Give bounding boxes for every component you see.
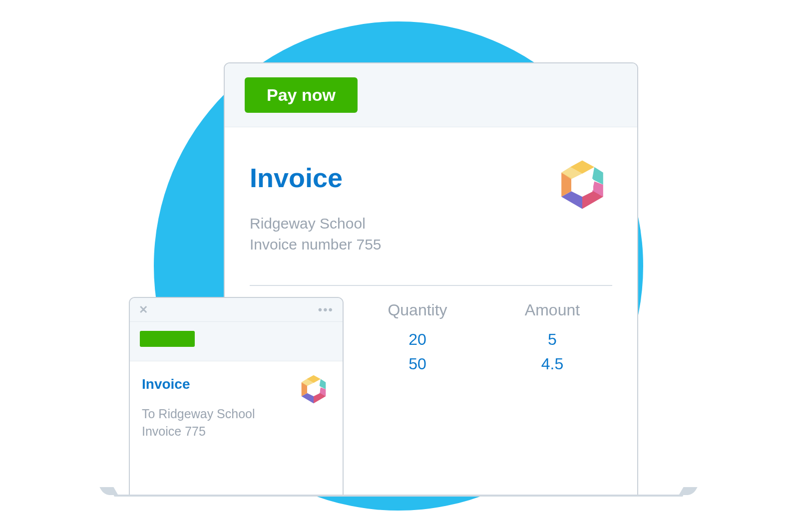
svg-marker-2	[592, 167, 603, 185]
device-base-line	[114, 495, 683, 497]
section-divider	[250, 285, 612, 286]
amount-column: Amount 5 4.5	[512, 301, 592, 379]
hexagon-logo-icon	[555, 157, 610, 212]
invoice-window-mobile: ✕ ••• Invoice To Ridgeway	[129, 297, 344, 496]
desktop-toolbar: Pay now	[225, 63, 637, 127]
column-header-amount: Amount	[525, 301, 580, 319]
invoice-meta-mobile: To Ridgeway School Invoice 775	[142, 405, 331, 440]
close-icon[interactable]: ✕	[139, 303, 148, 316]
quantity-cell: 20	[408, 330, 426, 349]
column-header-quantity: Quantity	[388, 301, 447, 319]
quantity-cell: 50	[408, 355, 426, 373]
more-icon[interactable]: •••	[318, 303, 334, 317]
hexagon-logo-icon	[298, 373, 330, 405]
amount-cell: 4.5	[541, 355, 563, 373]
recipient-line-mobile: To Ridgeway School	[142, 405, 331, 423]
quantity-column: Quantity 20 50	[378, 301, 457, 379]
amount-cell: 5	[548, 330, 557, 349]
mobile-toolbar	[130, 322, 343, 361]
pay-now-button-mobile[interactable]	[140, 331, 195, 347]
pay-now-button[interactable]: Pay now	[245, 77, 358, 113]
invoice-line-mobile: Invoice 775	[142, 423, 331, 440]
svg-marker-10	[320, 379, 326, 389]
recipient-line: Ridgeway School	[250, 213, 612, 234]
invoice-number-line: Invoice number 755	[250, 234, 612, 255]
invoice-meta: Ridgeway School Invoice number 755	[250, 213, 612, 255]
mobile-titlebar: ✕ •••	[130, 298, 343, 322]
